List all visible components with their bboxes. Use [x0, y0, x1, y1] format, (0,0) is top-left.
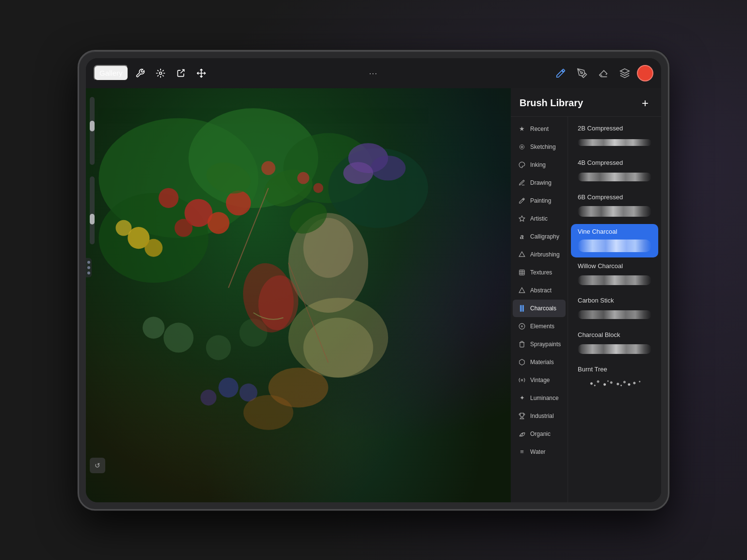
artwork-svg	[86, 88, 511, 502]
svg-point-29	[218, 377, 238, 397]
category-label-organic: Organic	[530, 431, 551, 437]
size-handle[interactable]	[90, 214, 95, 224]
category-label-inking: Inking	[530, 161, 546, 168]
category-item-materials[interactable]: Materials	[513, 353, 566, 371]
category-item-inking[interactable]: Inking	[513, 156, 566, 174]
toolbar-right	[386, 64, 653, 82]
category-item-textures[interactable]: Textures	[513, 264, 566, 281]
selection-button[interactable]	[172, 64, 190, 82]
category-label-elements: Elements	[530, 323, 554, 330]
smudge-tool-button[interactable]	[573, 64, 591, 82]
water-icon: ≡	[518, 448, 526, 456]
art-canvas[interactable]	[86, 88, 511, 502]
category-item-charcoals[interactable]: Charcoals	[513, 300, 566, 317]
brush-item-carbon[interactable]: Carbon Stick	[571, 293, 658, 326]
svg-point-34	[261, 161, 276, 175]
brush-preview-2b	[578, 135, 651, 150]
svg-point-37	[159, 72, 162, 74]
color-picker-button[interactable]	[637, 65, 653, 81]
category-item-abstract[interactable]: Abstract	[513, 282, 566, 299]
more-options-button[interactable]: ···	[365, 69, 382, 77]
category-item-vintage[interactable]: Vintage	[513, 371, 566, 389]
artistic-icon	[518, 214, 526, 223]
category-label-sketching: Sketching	[530, 144, 556, 150]
wrench-button[interactable]	[131, 64, 149, 82]
brush-item-charcoal-block[interactable]: Charcoal Block	[571, 327, 658, 361]
svg-point-40	[581, 72, 583, 74]
svg-marker-44	[519, 216, 525, 221]
adjustments-button[interactable]	[152, 64, 169, 82]
category-item-recent[interactable]: ★ Recent	[513, 120, 566, 138]
category-label-luminance: Luminance	[530, 395, 559, 401]
add-brush-button[interactable]: +	[638, 96, 652, 111]
brush-name-charcoal-block: Charcoal Block	[578, 331, 651, 338]
edge-dot-1	[87, 261, 90, 264]
luminance-icon: ✦	[518, 394, 526, 402]
brush-item-2b[interactable]: 2B Compressed	[571, 121, 658, 154]
category-item-artistic[interactable]: Artistic	[513, 210, 566, 227]
category-item-elements[interactable]: Elements	[513, 318, 566, 335]
textures-icon	[518, 268, 526, 277]
drawing-icon	[518, 178, 526, 187]
svg-rect-45	[520, 270, 525, 275]
brush-panel: Brush Library + ★ Recent Sk	[511, 88, 661, 502]
brush-item-burnt-tree[interactable]: Burnt Tree	[571, 362, 658, 395]
category-label-vintage: Vintage	[530, 377, 550, 384]
svg-point-48	[521, 379, 523, 381]
airbrushing-icon	[518, 250, 526, 259]
category-item-drawing[interactable]: Drawing	[513, 174, 566, 192]
category-label-painting: Painting	[530, 197, 551, 204]
category-list: ★ Recent Sketching	[511, 117, 568, 502]
toolbar-left: Gallery	[94, 64, 361, 82]
svg-point-12	[115, 220, 131, 236]
brush-panel-header: Brush Library +	[511, 88, 661, 117]
brush-name-4b: 4B Compressed	[578, 159, 651, 166]
size-slider[interactable]	[90, 176, 95, 244]
brush-item-4b[interactable]: 4B Compressed	[571, 155, 658, 189]
brush-tool-button[interactable]	[552, 64, 570, 82]
category-item-painting[interactable]: Painting	[513, 192, 566, 209]
side-toolbar	[90, 97, 95, 244]
brush-preview-willow	[578, 272, 651, 288]
category-label-materials: Materials	[530, 359, 554, 366]
toolbar: Gallery ···	[86, 58, 661, 88]
svg-marker-46	[519, 288, 525, 293]
gallery-button[interactable]: Gallery	[94, 65, 129, 81]
undo-button[interactable]: ↺	[90, 458, 105, 473]
brush-name-vine: Vine Charcoal	[578, 228, 651, 235]
opacity-handle[interactable]	[90, 121, 95, 131]
opacity-slider[interactable]	[90, 97, 95, 165]
category-item-industrial[interactable]: Industrial	[513, 407, 566, 425]
brush-preview-4b	[578, 169, 651, 185]
category-item-organic[interactable]: Organic	[513, 425, 566, 443]
abstract-icon	[518, 286, 526, 295]
sketching-icon	[518, 143, 526, 151]
category-item-airbrushing[interactable]: Airbrushing	[513, 246, 566, 263]
category-label-recent: Recent	[530, 126, 549, 132]
category-item-sketching[interactable]: Sketching	[513, 138, 566, 156]
brush-item-6b[interactable]: 6B Compressed	[571, 190, 658, 223]
svg-point-30	[200, 389, 216, 405]
category-item-luminance[interactable]: ✦ Luminance	[513, 389, 566, 407]
calligraphy-icon: a	[518, 232, 526, 241]
category-item-water[interactable]: ≡ Water	[513, 443, 566, 461]
brush-preview-vine	[578, 238, 651, 254]
brush-item-willow[interactable]: Willow Charcoal	[571, 258, 658, 292]
layers-button[interactable]	[616, 64, 634, 82]
brush-preview-6b	[578, 204, 651, 219]
brush-preview-burnt-tree	[578, 376, 651, 391]
svg-point-42	[521, 146, 523, 148]
brush-item-vine[interactable]: Vine Charcoal	[571, 224, 658, 257]
brush-panel-title: Brush Library	[520, 97, 583, 109]
eraser-tool-button[interactable]	[594, 64, 613, 82]
vintage-icon	[518, 376, 526, 384]
elements-icon	[518, 322, 526, 331]
charcoals-icon	[518, 304, 526, 313]
brush-name-6b: 6B Compressed	[578, 193, 651, 201]
category-item-calligraphy[interactable]: a Calligraphy	[513, 228, 566, 245]
category-label-textures: Textures	[530, 269, 552, 276]
edge-dot-2	[87, 266, 90, 269]
brush-list: 2B Compressed 4B Compressed	[568, 117, 661, 502]
transform-button[interactable]	[193, 64, 210, 82]
category-item-spraypaints[interactable]: Spraypaints	[513, 336, 566, 353]
